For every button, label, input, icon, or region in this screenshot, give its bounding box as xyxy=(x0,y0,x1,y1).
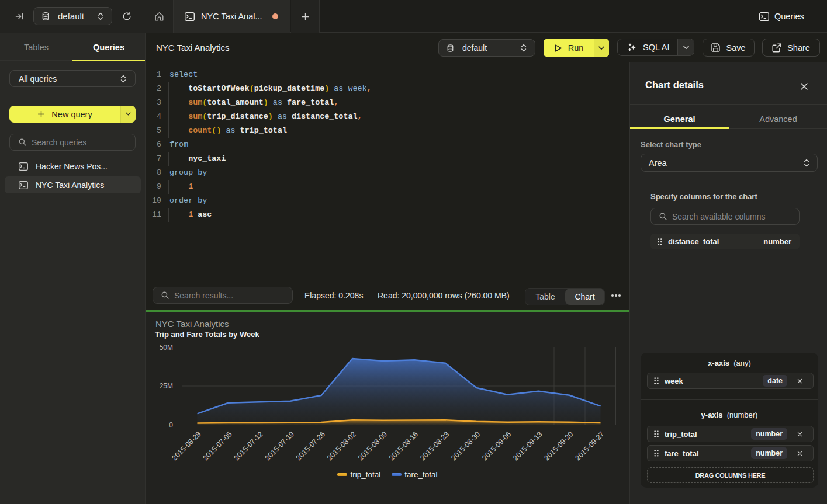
svg-text:0: 0 xyxy=(169,421,173,429)
svg-text:2015-08-30: 2015-08-30 xyxy=(449,430,482,462)
svg-text:2015-07-05: 2015-07-05 xyxy=(202,430,234,462)
svg-text:2015-06-28: 2015-06-28 xyxy=(171,430,203,462)
svg-text:2015-07-12: 2015-07-12 xyxy=(233,430,265,462)
svg-text:50M: 50M xyxy=(160,343,173,352)
svg-text:2015-08-02: 2015-08-02 xyxy=(326,430,358,462)
svg-text:2015-08-23: 2015-08-23 xyxy=(418,430,451,462)
svg-text:2015-09-06: 2015-09-06 xyxy=(480,430,513,462)
svg-text:2015-07-26: 2015-07-26 xyxy=(295,430,327,462)
svg-text:2015-09-13: 2015-09-13 xyxy=(511,430,544,462)
svg-text:2015-09-27: 2015-09-27 xyxy=(574,430,606,462)
svg-text:2015-08-16: 2015-08-16 xyxy=(387,430,420,462)
svg-text:25M: 25M xyxy=(160,382,173,390)
svg-text:2015-08-09: 2015-08-09 xyxy=(357,430,389,462)
svg-text:2015-09-20: 2015-09-20 xyxy=(542,430,575,462)
svg-text:2015-07-19: 2015-07-19 xyxy=(264,430,296,462)
